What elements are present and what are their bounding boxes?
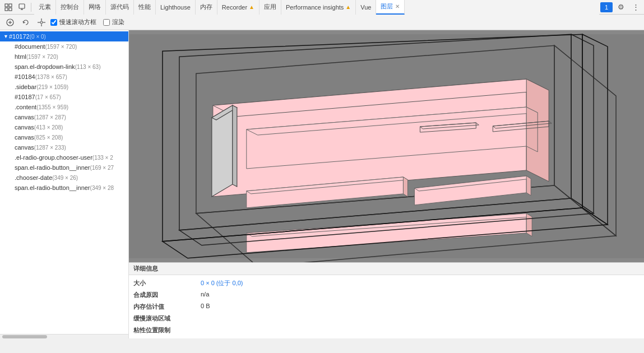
svg-marker-34: [403, 177, 407, 197]
layer-svg: [129, 30, 644, 262]
left-panel: ▼ #10172(0 × 0) #document(1597 × 720) ht…: [0, 30, 129, 338]
detail-label-composite: 合成原因: [129, 289, 196, 301]
tree-item-7[interactable]: .content(1355 × 959): [0, 102, 128, 112]
detail-label-size: 大小: [129, 277, 196, 289]
tree-item-4[interactable]: #10184(1378 × 657): [0, 72, 128, 82]
inspect-icon[interactable]: [2, 1, 15, 13]
tree-item-13[interactable]: span.el-radio-button__inner(169 × 27: [0, 162, 128, 173]
perf-insights-warning-icon: ▲: [345, 4, 351, 10]
tree-item-6[interactable]: #10187(17 × 657): [0, 92, 128, 102]
tab-layers-close[interactable]: ✕: [395, 3, 400, 10]
layer-viz[interactable]: [129, 30, 644, 262]
svg-marker-27: [526, 107, 538, 152]
tree-list[interactable]: ▼ #10172(0 × 0) #document(1597 × 720) ht…: [0, 30, 128, 334]
tree-item-0[interactable]: ▼ #10172(0 × 0): [0, 31, 128, 41]
tab-elements[interactable]: 元素: [34, 0, 56, 15]
left-panel-scrollbar[interactable]: [0, 334, 128, 338]
tab-application[interactable]: 应用: [260, 0, 281, 15]
details-panel: 详细信息 大小 0 × 0 (位于 0,0) 合成原因 n/a 内存估计值 0 …: [129, 262, 644, 338]
svg-rect-4: [19, 4, 25, 8]
svg-rect-1: [9, 4, 12, 7]
tree-item-12[interactable]: .el-radio-group.chooser-user(133 × 2: [0, 152, 128, 162]
slow-scroll-checkbox[interactable]: [50, 19, 57, 26]
detail-label-slow-scroll: 缓慢滚动区域: [129, 313, 196, 324]
render-checkbox[interactable]: [103, 19, 110, 26]
layer-toolbar: 慢速滚动方框 渲染: [0, 15, 644, 30]
detail-label-memory: 内存估计值: [129, 301, 196, 313]
render-checkbox-label[interactable]: 渲染: [103, 18, 124, 26]
details-header: 详细信息: [129, 263, 644, 275]
tree-item-14[interactable]: .chooser-date(349 × 26): [0, 173, 128, 183]
detail-value-sticky: [196, 324, 644, 336]
tab-console[interactable]: 控制台: [56, 0, 84, 15]
svg-marker-37: [526, 176, 531, 196]
tab-performance-insights[interactable]: Performance insights ▲: [281, 0, 356, 15]
svg-rect-0: [5, 4, 8, 7]
svg-marker-24: [233, 105, 237, 187]
tree-item-15[interactable]: span.el-radio-button__inner(349 × 28: [0, 183, 128, 193]
refresh-btn[interactable]: [19, 16, 33, 29]
add-layer-btn[interactable]: [3, 16, 17, 29]
svg-rect-3: [9, 8, 12, 11]
tab-layers[interactable]: 图层 ✕: [376, 0, 405, 15]
tree-item-3[interactable]: span.el-dropdown-link(113 × 63): [0, 62, 128, 72]
device-icon[interactable]: [16, 1, 28, 13]
tree-item-11[interactable]: canvas(1287 × 233): [0, 142, 128, 152]
detail-value-size: 0 × 0 (位于 0,0): [196, 277, 644, 289]
tree-item-2[interactable]: html(1597 × 720): [0, 52, 128, 62]
tab-bar: 元素 控制台 网络 源代码 性能 Lighthouse 内存 Recorder …: [34, 0, 599, 15]
more-options-icon[interactable]: ⋮: [629, 1, 642, 13]
expand-arrow-0: ▼: [3, 34, 9, 39]
slow-scroll-checkbox-label[interactable]: 慢速滚动方框: [50, 18, 96, 26]
tab-sources[interactable]: 源代码: [106, 0, 134, 15]
pan-btn[interactable]: [35, 16, 48, 29]
main-content: ▼ #10172(0 × 0) #document(1597 × 720) ht…: [0, 30, 644, 338]
details-grid: 大小 0 × 0 (位于 0,0) 合成原因 n/a 内存估计值 0 B 缓慢滚…: [129, 275, 644, 338]
right-panel: 详细信息 大小 0 × 0 (位于 0,0) 合成原因 n/a 内存估计值 0 …: [129, 30, 644, 338]
tab-vue[interactable]: Vue: [356, 0, 376, 15]
divider: [31, 3, 31, 12]
tab-recorder[interactable]: Recorder ▲: [217, 0, 260, 15]
detail-label-sticky: 粘性位置限制: [129, 324, 196, 336]
settings-icon[interactable]: ⚙: [615, 1, 627, 13]
svg-point-10: [40, 21, 43, 24]
tab-memory[interactable]: 内存: [196, 0, 217, 15]
top-toolbar: 元素 控制台 网络 源代码 性能 Lighthouse 内存 Recorder …: [0, 0, 644, 15]
detail-value-memory: 0 B: [196, 301, 644, 313]
tree-item-8[interactable]: canvas(1287 × 287): [0, 112, 128, 122]
tab-lighthouse[interactable]: Lighthouse: [156, 0, 196, 15]
tab-performance[interactable]: 性能: [134, 0, 156, 15]
tree-item-10[interactable]: canvas(825 × 208): [0, 132, 128, 142]
svg-rect-2: [5, 8, 8, 11]
detail-value-slow-scroll: [196, 313, 644, 324]
svg-marker-40: [526, 213, 532, 236]
tree-item-1[interactable]: #document(1597 × 720): [0, 41, 128, 52]
tab-network[interactable]: 网络: [84, 0, 106, 15]
recorder-warning-icon: ▲: [249, 4, 254, 10]
detail-value-composite: n/a: [196, 289, 644, 301]
tree-item-9[interactable]: canvas(413 × 208): [0, 122, 128, 132]
scrollbar-thumb[interactable]: [2, 335, 47, 338]
tree-item-5[interactable]: .sidebar(219 × 1059): [0, 82, 128, 92]
console-count-badge[interactable]: 1: [600, 2, 613, 12]
